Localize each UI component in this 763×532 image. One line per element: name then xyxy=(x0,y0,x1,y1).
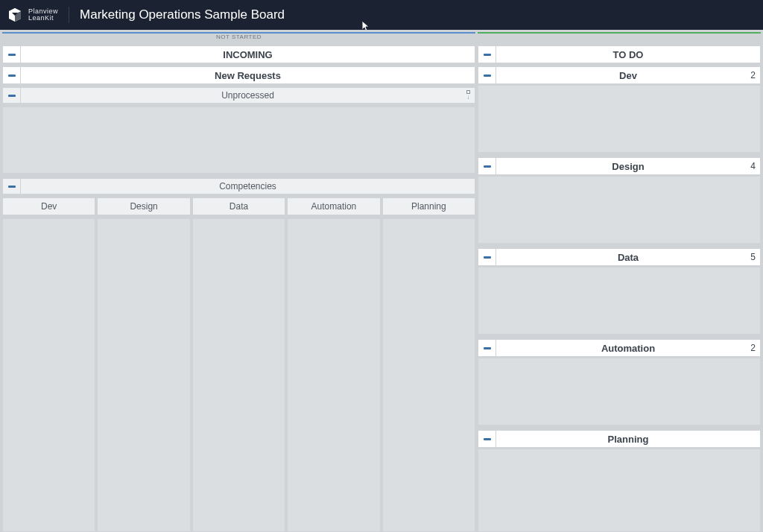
collapse-icon xyxy=(8,75,16,77)
lane-title-todo-design: Design xyxy=(496,161,760,172)
todo-lane-automation: Automation 2 xyxy=(478,339,761,428)
comp-header-automation[interactable]: Automation xyxy=(287,197,380,215)
collapse-icon xyxy=(8,186,16,188)
lane-title-todo-data: Data xyxy=(496,252,760,263)
collapse-icon xyxy=(484,165,491,168)
todo-lane-planning: Planning xyxy=(478,430,761,532)
lane-header-unprocessed[interactable]: Unprocessed ↓ xyxy=(2,87,475,104)
lane-title-incoming: INCOMING xyxy=(21,49,475,60)
lane-header-competencies[interactable]: Competencies xyxy=(2,178,475,194)
competencies-columns xyxy=(2,218,475,532)
lane-title-todo-dev: Dev xyxy=(496,70,760,81)
board: NOT STARTED INCOMING New Requests Unproc… xyxy=(0,30,763,532)
comp-col-data[interactable] xyxy=(192,218,285,532)
todo-lane-data: Data 5 xyxy=(478,248,761,338)
drop-area-todo-design[interactable] xyxy=(478,177,761,244)
column-incoming: NOT STARTED INCOMING New Requests Unproc… xyxy=(2,32,475,532)
lane-count-todo-dev: 2 xyxy=(750,70,756,80)
collapse-icon xyxy=(8,95,16,97)
brand-line2: LeanKit xyxy=(28,15,58,22)
collapse-toggle-todo-planning[interactable] xyxy=(478,431,496,447)
lane-title-competencies: Competencies xyxy=(21,181,475,191)
brand-text: Planview LeanKit xyxy=(28,8,58,22)
todo-lane-design: Design 4 xyxy=(478,157,761,247)
comp-col-dev[interactable] xyxy=(2,218,95,532)
comp-col-design[interactable] xyxy=(97,218,190,532)
collapse-toggle-todo-dev[interactable] xyxy=(478,67,496,83)
comp-col-planning[interactable] xyxy=(382,218,475,532)
lane-title-todo-automation: Automation xyxy=(496,343,760,354)
leankit-logo-icon xyxy=(7,7,22,22)
competencies-header-row: Dev Design Data Automation Planning xyxy=(2,197,475,215)
todo-lane-dev: Dev 2 xyxy=(478,66,761,156)
lane-count-todo-data: 5 xyxy=(750,252,756,262)
lane-header-todo-data[interactable]: Data 5 xyxy=(478,248,761,266)
board-title[interactable]: Marketing Operations Sample Board xyxy=(80,7,285,22)
collapse-icon xyxy=(484,75,491,77)
lane-count-todo-automation: 2 xyxy=(750,343,756,353)
drop-area-todo-data[interactable] xyxy=(478,267,761,335)
collapse-icon xyxy=(8,54,16,56)
comp-header-planning[interactable]: Planning xyxy=(382,197,475,215)
column-todo: TO DO Dev 2 Design 4 Data 5 xyxy=(478,32,761,532)
lane-title-todo-planning: Planning xyxy=(496,434,760,445)
sort-icon[interactable]: ↓ xyxy=(466,90,470,101)
comp-col-automation[interactable] xyxy=(287,218,380,532)
collapse-toggle-todo-data[interactable] xyxy=(478,249,496,265)
drop-area-unprocessed[interactable] xyxy=(2,107,475,174)
collapse-toggle-todo-design[interactable] xyxy=(478,158,496,174)
collapse-toggle-incoming[interactable] xyxy=(3,46,21,63)
collapse-toggle-todo-automation[interactable] xyxy=(478,340,496,356)
lane-title-unprocessed: Unprocessed xyxy=(21,90,475,101)
phase-label-not-started: NOT STARTED xyxy=(212,34,266,40)
collapse-icon xyxy=(484,438,491,440)
collapse-icon xyxy=(484,256,491,259)
lane-header-new-requests[interactable]: New Requests xyxy=(2,66,475,84)
collapse-toggle-todo[interactable] xyxy=(478,46,496,63)
lane-title-new-requests: New Requests xyxy=(21,70,475,81)
lane-title-todo: TO DO xyxy=(496,49,760,60)
collapse-toggle-unprocessed[interactable] xyxy=(3,88,21,103)
comp-header-data[interactable]: Data xyxy=(192,197,285,215)
drop-area-todo-planning[interactable] xyxy=(478,449,761,532)
app-header: Planview LeanKit Marketing Operations Sa… xyxy=(0,0,763,30)
phase-bar-todo xyxy=(478,32,761,34)
phase-label-row: NOT STARTED xyxy=(2,35,475,44)
collapse-icon xyxy=(484,54,491,56)
drop-area-todo-automation[interactable] xyxy=(478,358,761,425)
header-divider xyxy=(69,7,69,23)
collapse-icon xyxy=(484,347,491,349)
lane-header-todo[interactable]: TO DO xyxy=(478,45,761,63)
phase-label-row-todo xyxy=(478,35,761,44)
collapse-toggle-new-requests[interactable] xyxy=(3,67,21,83)
lane-header-todo-design[interactable]: Design 4 xyxy=(478,157,761,175)
comp-header-design[interactable]: Design xyxy=(97,197,190,215)
brand-logo[interactable]: Planview LeanKit xyxy=(7,7,58,22)
comp-header-dev[interactable]: Dev xyxy=(2,197,95,215)
lane-count-todo-design: 4 xyxy=(750,161,756,171)
collapse-toggle-competencies[interactable] xyxy=(3,179,21,194)
lane-header-todo-planning[interactable]: Planning xyxy=(478,430,761,448)
lane-header-incoming[interactable]: INCOMING xyxy=(2,45,475,63)
drop-area-todo-dev[interactable] xyxy=(478,86,761,153)
lane-header-todo-automation[interactable]: Automation 2 xyxy=(478,339,761,357)
lane-header-todo-dev[interactable]: Dev 2 xyxy=(478,66,761,84)
